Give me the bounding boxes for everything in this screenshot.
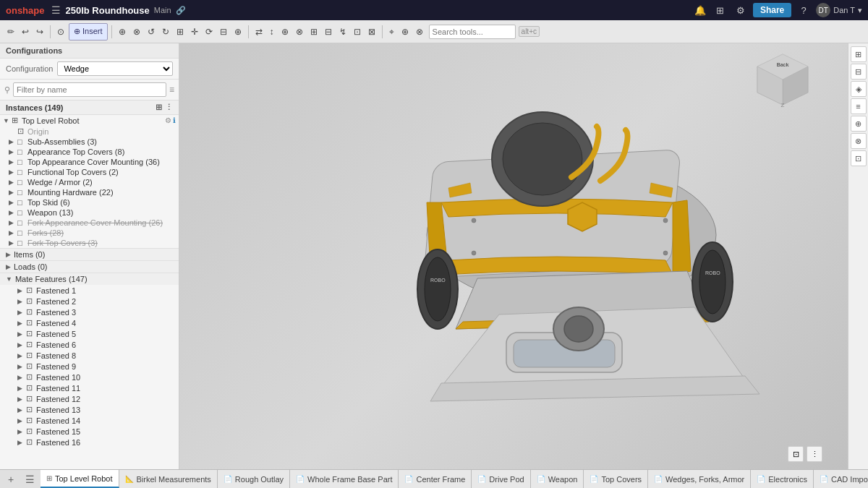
search-tools-input[interactable] <box>429 25 516 39</box>
tab-center-frame[interactable]: 📄Center Frame <box>399 470 472 488</box>
navcube[interactable]: Back Z <box>754 51 812 108</box>
tree-item[interactable]: ▶□Fork Top Covers (3) <box>0 238 179 248</box>
tree-item-top-level[interactable]: ▼ ⊞ Top Level Robot ⚙ ℹ <box>0 115 179 126</box>
tool-20[interactable]: ⊕ <box>399 23 412 40</box>
rt-btn-1[interactable]: ⊞ <box>851 46 867 62</box>
mate-feature-item[interactable]: ▶⊡Fastened 12 <box>0 393 179 404</box>
mate-feature-item[interactable]: ▶⊡Fastened 16 <box>0 437 179 448</box>
expand-all-icon[interactable]: ⊞ <box>156 103 162 112</box>
list-view-icon[interactable]: ≡ <box>169 85 174 95</box>
toolbar-sketching-button[interactable]: ✏ <box>4 23 17 40</box>
tree-item[interactable]: ▶□Sub-Assemblies (3) <box>0 137 179 147</box>
mate-feature-item[interactable]: ▶⊡Fastened 2 <box>0 296 179 307</box>
tool-5[interactable]: ⊞ <box>174 23 187 40</box>
configuration-select[interactable]: Wedge Forks <box>57 61 173 76</box>
mate-feature-item[interactable]: ▶⊡Fastened 6 <box>0 339 179 350</box>
tab-whole-frame-base-part[interactable]: 📄Whole Frame Base Part <box>290 470 399 488</box>
tab-birkel-measurements[interactable]: 📐Birkel Measurements <box>119 470 218 488</box>
hamburger-icon[interactable]: ☰ <box>51 4 61 16</box>
tab-weapon[interactable]: 📄Weapon <box>531 470 584 488</box>
mate-feature-item[interactable]: ▶⊡Fastened 8 <box>0 350 179 361</box>
view-options-button[interactable]: ⋮ <box>807 446 822 462</box>
tool-6[interactable]: ✛ <box>188 23 201 40</box>
mate-feature-item[interactable]: ▶⊡Fastened 9 <box>0 361 179 372</box>
tool-14[interactable]: ⊞ <box>307 23 320 40</box>
settings-button[interactable]: ⚙ <box>733 2 749 18</box>
mate-features-section[interactable]: ▼ Mate Features (147) <box>0 273 179 285</box>
tree-item[interactable]: ▶□Fork Appearance Cover Mounting (26) <box>0 218 179 228</box>
insert-button[interactable]: ⊕ Insert <box>69 23 108 40</box>
tab-icon: 📄 <box>590 475 598 483</box>
mate-feature-item[interactable]: ▶⊡Fastened 14 <box>0 415 179 426</box>
tab-top-covers[interactable]: 📄Top Covers <box>584 470 648 488</box>
tree-item[interactable]: ▶□Forks (28) <box>0 228 179 238</box>
rt-btn-7[interactable]: ⊡ <box>851 150 867 166</box>
rt-btn-6[interactable]: ⊗ <box>851 133 867 149</box>
tool-1[interactable]: ⊕ <box>116 23 129 40</box>
tool-15[interactable]: ⊟ <box>322 23 335 40</box>
tab-top-level-robot[interactable]: ⊞Top Level Robot <box>41 470 119 488</box>
mate-feature-item[interactable]: ▶⊡Fastened 4 <box>0 317 179 328</box>
rt-btn-2[interactable]: ⊟ <box>851 64 867 80</box>
filter-input[interactable] <box>13 82 166 97</box>
tree-item[interactable]: ▶□Appearance Top Covers (8) <box>0 147 179 157</box>
tab-wedges,-forks,-armor[interactable]: 📄Wedges, Forks, Armor <box>648 470 751 488</box>
more-icon[interactable]: ⋮ <box>165 103 173 112</box>
tab-cad-imports[interactable]: 📄CAD Imports <box>814 470 868 488</box>
zoom-fit-button[interactable]: ⊡ <box>788 446 804 462</box>
tab-electronics[interactable]: 📄Electronics <box>751 470 814 488</box>
tool-18[interactable]: ⊠ <box>365 23 378 40</box>
grid-button[interactable]: ⊞ <box>712 2 728 18</box>
undo-button[interactable]: ↩ <box>19 23 32 40</box>
tool-8[interactable]: ⊟ <box>217 23 230 40</box>
tree-item-origin[interactable]: ⊡ Origin <box>0 126 179 137</box>
rt-btn-4[interactable]: ≡ <box>851 98 867 114</box>
filter-row: ⚲ ≡ <box>0 80 179 100</box>
rt-btn-3[interactable]: ◈ <box>851 81 867 97</box>
mate-feature-item[interactable]: ▶⊡Fastened 1 <box>0 285 179 296</box>
arrow-icon: ▶ <box>9 209 17 216</box>
redo-button[interactable]: ↪ <box>33 23 46 40</box>
help-button[interactable]: ? <box>796 2 812 18</box>
tool-17[interactable]: ⊡ <box>351 23 364 40</box>
tool-21[interactable]: ⊗ <box>413 23 426 40</box>
tool-7[interactable]: ⟳ <box>203 23 216 40</box>
mate-feature-item[interactable]: ▶⊡Fastened 11 <box>0 382 179 393</box>
tool-2[interactable]: ⊗ <box>130 23 143 40</box>
viewport[interactable]: ROBO ROBO <box>179 43 848 469</box>
tool-10[interactable]: ⇄ <box>252 23 265 40</box>
tree-item[interactable]: ▶□Wedge / Armor (2) <box>0 177 179 187</box>
info-icon[interactable]: ℹ <box>173 116 176 124</box>
tool-11[interactable]: ↕ <box>267 23 277 40</box>
tree-item[interactable]: ▶□Top Skid (6) <box>0 197 179 207</box>
history-button[interactable]: ⊙ <box>54 23 67 40</box>
tab-menu-button[interactable]: ☰ <box>22 471 38 487</box>
loads-section[interactable]: ▶ Loads (0) <box>0 260 179 273</box>
tree-item[interactable]: ▶□Top Appearance Cover Mounting (36) <box>0 157 179 167</box>
link-icon[interactable]: 🔗 <box>176 6 186 15</box>
mate-feature-item[interactable]: ▶⊡Fastened 5 <box>0 328 179 339</box>
tool-13[interactable]: ⊗ <box>293 23 306 40</box>
mate-feature-item[interactable]: ▶⊡Fastened 13 <box>0 404 179 415</box>
tree-item[interactable]: ▶□Weapon (13) <box>0 207 179 218</box>
tab-rough-outlay[interactable]: 📄Rough Outlay <box>218 470 290 488</box>
settings-icon[interactable]: ⚙ <box>165 116 171 124</box>
tool-9[interactable]: ⊕ <box>231 23 244 40</box>
items-label: Items (0) <box>14 250 45 259</box>
tool-12[interactable]: ⊕ <box>278 23 292 40</box>
tab-drive-pod[interactable]: 📄Drive Pod <box>472 470 530 488</box>
rt-btn-5[interactable]: ⊕ <box>851 116 867 132</box>
notifications-button[interactable]: 🔔 <box>692 2 708 18</box>
mate-feature-item[interactable]: ▶⊡Fastened 10 <box>0 372 179 382</box>
tool-19[interactable]: ⌖ <box>386 23 397 40</box>
tool-4[interactable]: ↻ <box>159 23 172 40</box>
add-tab-button[interactable]: + <box>3 471 19 487</box>
items-section[interactable]: ▶ Items (0) <box>0 248 179 260</box>
mate-feature-item[interactable]: ▶⊡Fastened 15 <box>0 426 179 437</box>
mate-feature-item[interactable]: ▶⊡Fastened 3 <box>0 307 179 317</box>
share-button[interactable]: Share <box>753 3 791 17</box>
tree-item[interactable]: ▶□Functional Top Covers (2) <box>0 167 179 177</box>
tool-3[interactable]: ↺ <box>145 23 158 40</box>
tool-16[interactable]: ↯ <box>336 23 349 40</box>
tree-item[interactable]: ▶□Mounting Hardware (22) <box>0 187 179 197</box>
